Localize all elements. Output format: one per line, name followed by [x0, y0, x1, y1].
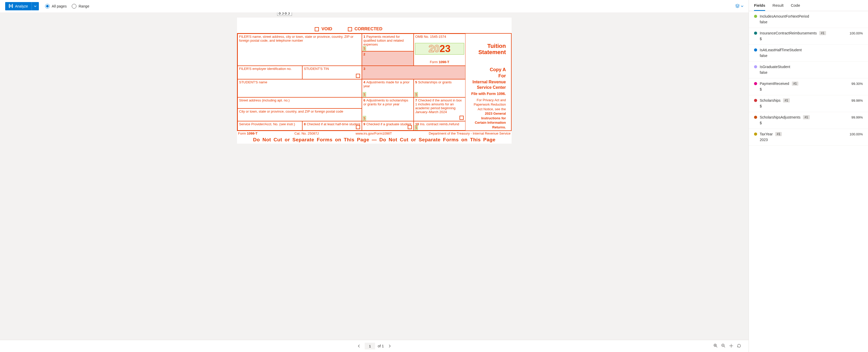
field-name: IsAtLeastHalfTimeStudent	[760, 48, 802, 52]
field-row[interactable]: InsuranceContractReimbursements#1100.00%…	[749, 28, 868, 45]
field-color-dot	[754, 99, 757, 102]
field-confidence: 100.00%	[849, 132, 863, 136]
rotate-button[interactable]	[737, 344, 741, 349]
field-value: $	[754, 121, 863, 125]
field-name: TaxYear	[760, 132, 773, 136]
page-scope-radio-group: All pages Range	[45, 4, 89, 8]
box6: 6Adjustments to scholarships or grants f…	[362, 97, 414, 121]
next-page-button[interactable]	[386, 343, 393, 349]
svg-rect-1	[12, 5, 13, 7]
priv7: Returns.	[467, 125, 506, 130]
layers-dropdown[interactable]	[735, 4, 743, 9]
student-name-cell: STUDENT'S name	[238, 79, 362, 97]
label: City or town, state or province, country…	[239, 109, 343, 114]
tab-result[interactable]: Result	[772, 3, 783, 11]
app-root: Analyze All pages Range	[0, 0, 868, 352]
form-number: Form 1098-T	[415, 60, 464, 64]
field-name: InsuranceContractReimbursements	[760, 31, 817, 35]
footer-url: www.irs.gov/Form1098T	[355, 131, 392, 135]
field-value: $	[754, 104, 863, 108]
radio-range-label: Range	[79, 4, 89, 8]
chevron-down-icon	[741, 4, 743, 8]
field-color-dot	[754, 32, 757, 35]
file-with: File with Form 1096.	[467, 91, 506, 96]
radio-circle-icon	[45, 4, 50, 8]
title-line1: Tuition	[467, 43, 506, 49]
main-panel: Analyze All pages Range	[0, 0, 749, 352]
city-cell: City or town, state or province, country…	[238, 108, 362, 121]
field-row[interactable]: PaymentReceived#199.30%$	[749, 78, 868, 95]
field-confidence: 100.00%	[849, 31, 863, 35]
label: Adjustments made for a prior year	[364, 80, 409, 88]
box8: 8Checked if at least half-time student	[302, 121, 362, 130]
page-input[interactable]	[365, 343, 375, 349]
field-row[interactable]: ScholarshipsAdjustments#199.99%$	[749, 112, 868, 129]
dollar-icon: $	[363, 92, 366, 97]
field-confidence: 99.99%	[851, 116, 863, 119]
fields-list[interactable]: IncludesAmountForNextPeriodfalseInsuranc…	[749, 11, 868, 352]
field-color-dot	[754, 82, 757, 85]
document-viewport[interactable]: 8383 VOID CORRECTED FILER'S name, street…	[0, 12, 749, 340]
tax-year: 2023	[415, 43, 464, 54]
priv6: Certain Information	[467, 120, 506, 125]
checkbox-icon	[356, 125, 360, 129]
field-row[interactable]: IsAtLeastHalfTimeStudentfalse	[749, 45, 868, 62]
form-1098t: 8383 VOID CORRECTED FILER'S name, street…	[237, 18, 512, 143]
tab-code[interactable]: Code	[791, 3, 800, 11]
field-value: false	[754, 54, 863, 58]
dollar-icon: $	[363, 116, 366, 120]
box4: 4Adjustments made for a prior year$	[362, 79, 414, 97]
field-badge: #1	[783, 98, 789, 102]
analyze-button[interactable]: Analyze	[5, 2, 32, 10]
svg-rect-0	[9, 5, 9, 7]
radio-range[interactable]: Range	[72, 4, 89, 8]
label: Checked if at least half-time student	[307, 122, 360, 126]
zoom-out-button[interactable]	[721, 344, 726, 349]
label: FILER'S name, street address, city or to…	[239, 35, 353, 42]
right-panel: Fields Result Code IncludesAmountForNext…	[749, 0, 868, 352]
copy-a-panel: Copy A For Internal Revenue Service Cent…	[465, 66, 507, 130]
dollar-icon: $	[415, 126, 417, 130]
zoom-in-button[interactable]	[713, 344, 718, 349]
ocr-badge: 8383	[277, 12, 292, 16]
priv1: For Privacy Act and	[467, 98, 506, 102]
checkbox-icon	[356, 74, 360, 78]
box2: 2	[362, 51, 414, 66]
field-row[interactable]: TaxYear#1100.00%2023	[749, 129, 868, 146]
field-color-dot	[754, 15, 757, 18]
label: Checked if the amount in box 1 includes …	[415, 98, 462, 114]
analyze-dropdown[interactable]	[32, 2, 39, 10]
field-row[interactable]: IsGraduateStudentfalse	[749, 62, 868, 78]
analyze-label: Analyze	[15, 4, 28, 8]
label: Service Provider/Acct. No. (see instr.)	[239, 122, 295, 126]
field-confidence: 99.30%	[851, 82, 863, 86]
box10: 10Ins. contract reimb./refund$	[414, 121, 465, 130]
street-cell: Street address (including apt. no.)	[238, 97, 362, 108]
field-row[interactable]: Scholarships#199.98%$	[749, 95, 868, 112]
irs1: Internal Revenue	[467, 79, 506, 85]
field-name: Scholarships	[760, 98, 780, 102]
field-color-dot	[754, 132, 757, 136]
field-value: false	[754, 70, 863, 74]
priv5: Instructions for	[467, 116, 506, 121]
tabs: Fields Result Code	[749, 0, 868, 11]
toolbar: Analyze All pages Range	[0, 0, 749, 12]
field-name: IncludesAmountForNextPeriod	[760, 14, 809, 19]
field-value: 2023	[754, 138, 863, 142]
label: Adjustments to scholarships or grants fo…	[364, 98, 408, 106]
field-badge: #1	[803, 115, 809, 119]
pager-tools	[713, 344, 741, 349]
tab-fields[interactable]: Fields	[754, 3, 765, 11]
prev-page-button[interactable]	[356, 343, 362, 349]
checkbox-icon	[408, 125, 412, 129]
radio-all-pages[interactable]: All pages	[45, 4, 67, 8]
top-checkboxes: VOID CORRECTED	[237, 25, 512, 33]
label: Street address (including apt. no.)	[239, 98, 289, 102]
fit-button[interactable]	[729, 344, 734, 349]
label: STUDENT'S TIN	[304, 67, 329, 71]
layers-icon	[735, 4, 740, 9]
label: Scholarships or grants	[418, 80, 452, 84]
box7: 7Checked if the amount in box 1 includes…	[414, 97, 465, 121]
field-value: $	[754, 87, 863, 91]
field-row[interactable]: IncludesAmountForNextPeriodfalse	[749, 11, 868, 28]
